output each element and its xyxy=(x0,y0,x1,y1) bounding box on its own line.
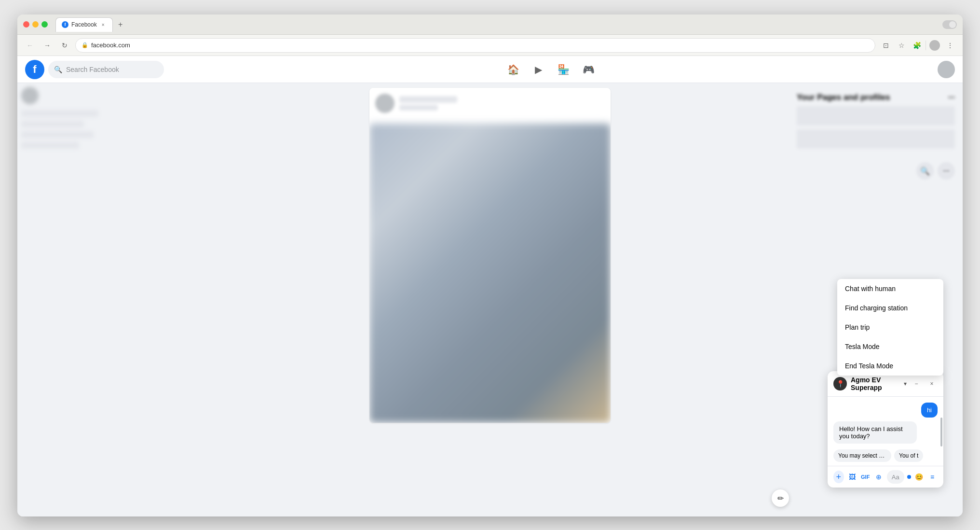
chat-footer: + 🖼 GIF ⊕ Aa 😊 ≡ xyxy=(828,466,943,488)
fb-home-icon[interactable]: 🏠 xyxy=(502,58,525,81)
new-tab-button[interactable]: + xyxy=(115,19,126,30)
forward-button[interactable]: → xyxy=(41,39,54,52)
your-pages-content xyxy=(797,106,955,149)
right-search-icon[interactable]: 🔍 xyxy=(916,162,934,180)
right-more-icon[interactable]: ··· xyxy=(938,162,955,180)
maximize-window-button[interactable] xyxy=(41,21,48,28)
chat-option-1[interactable]: You may select one of the buttons xyxy=(833,449,891,462)
chat-messages: hi Hello! How can I assist you today? xyxy=(828,397,943,449)
chat-input[interactable]: Aa xyxy=(887,470,904,484)
fb-sidebar-left xyxy=(17,83,191,516)
post-image xyxy=(369,124,611,423)
fb-video-icon[interactable]: ▶ xyxy=(527,58,550,81)
search-placeholder: Search Facebook xyxy=(66,66,119,73)
chat-title: Agmo EV Superapp xyxy=(851,376,899,391)
active-tab[interactable]: f Facebook × xyxy=(55,17,113,32)
dropdown-chat-with-human[interactable]: Chat with human xyxy=(837,279,943,298)
facebook-logo: f xyxy=(25,60,44,79)
fb-main: Your Pages and profiles ··· 🔍 ··· xyxy=(17,83,963,516)
chat-option-2[interactable]: You of t xyxy=(894,449,923,462)
chat-dropdown-arrow[interactable]: ▾ xyxy=(904,380,907,387)
more-button[interactable]: ⋮ xyxy=(943,39,957,52)
chat-scrollbar[interactable] xyxy=(940,418,942,446)
dropdown-plan-trip[interactable]: Plan trip xyxy=(837,318,943,337)
chat-dot-button[interactable] xyxy=(907,475,911,479)
dropdown-menu: Chat with human Find charging station Pl… xyxy=(837,279,943,376)
fb-gaming-icon[interactable]: 🎮 xyxy=(577,58,600,81)
close-window-button[interactable] xyxy=(23,21,29,28)
minimize-window-button[interactable] xyxy=(32,21,39,28)
lock-icon: 🔒 xyxy=(82,42,88,48)
traffic-lights xyxy=(23,21,48,28)
window-control xyxy=(942,20,957,29)
fb-nav-right xyxy=(938,61,955,78)
fb-nav-icons: 🏠 ▶ 🏪 🎮 xyxy=(168,58,934,81)
dropdown-end-tesla-mode[interactable]: End Tesla Mode xyxy=(837,356,943,376)
profile-avatar xyxy=(929,40,940,51)
chat-widget: 📍 Agmo EV Superapp ▾ − × hi Hello! How c… xyxy=(828,371,943,488)
bookmark-button[interactable]: ☆ xyxy=(895,39,908,52)
your-pages-section: Your Pages and profiles ··· xyxy=(793,87,959,158)
chat-plus-button[interactable]: + xyxy=(833,471,844,483)
chat-options-row: You may select one of the buttons You of… xyxy=(828,449,943,466)
profile-button[interactable] xyxy=(928,39,941,52)
nav-divider xyxy=(926,41,926,50)
extensions-button[interactable]: 🧩 xyxy=(910,39,924,52)
your-pages-header: Your Pages and profiles ··· xyxy=(797,93,955,102)
chat-close-button[interactable]: × xyxy=(926,378,938,390)
search-icon: 🔍 xyxy=(54,66,62,73)
dropdown-find-charging[interactable]: Find charging station xyxy=(837,298,943,318)
back-button[interactable]: ← xyxy=(23,39,37,52)
chat-minimize-button[interactable]: − xyxy=(911,378,922,390)
fb-feed xyxy=(191,83,789,516)
chat-aa-label: Aa xyxy=(892,474,899,481)
reload-button[interactable]: ↻ xyxy=(58,39,71,52)
address-text: facebook.com xyxy=(91,42,130,49)
dropdown-tesla-mode[interactable]: Tesla Mode xyxy=(837,337,943,356)
chat-bot-icon: 📍 xyxy=(833,377,847,391)
chat-emoji-button[interactable]: 😊 xyxy=(914,471,925,483)
facebook-search[interactable]: 🔍 Search Facebook xyxy=(48,61,164,78)
chat-menu-button[interactable]: ≡ xyxy=(927,471,938,483)
address-bar[interactable]: 🔒 facebook.com xyxy=(75,38,875,53)
fb-user-avatar[interactable] xyxy=(938,61,955,78)
compose-icon: ✏ xyxy=(777,494,784,503)
tab-bar: f Facebook × + xyxy=(55,17,939,32)
tab-favicon: f xyxy=(62,21,68,28)
nav-actions: ⊡ ☆ 🧩 ⋮ xyxy=(879,39,957,52)
facebook-content: f 🔍 Search Facebook 🏠 ▶ 🏪 🎮 xyxy=(17,56,963,516)
fb-marketplace-icon[interactable]: 🏪 xyxy=(552,58,575,81)
facebook-nav: f 🔍 Search Facebook 🏠 ▶ 🏪 🎮 xyxy=(17,56,963,83)
tab-close-button[interactable]: × xyxy=(100,21,107,28)
post-card xyxy=(369,88,611,423)
title-bar: f Facebook × + xyxy=(17,14,963,35)
nav-bar: ← → ↻ 🔒 facebook.com ⊡ ☆ 🧩 ⋮ xyxy=(17,35,963,56)
compose-button[interactable]: ✏ xyxy=(772,489,789,507)
chat-image-button[interactable]: 🖼 xyxy=(847,471,858,483)
cast-button[interactable]: ⊡ xyxy=(879,39,893,52)
chat-bot-message: Hello! How can I assist you today? xyxy=(833,421,917,444)
chat-gif-button[interactable]: GIF xyxy=(860,471,871,483)
your-pages-more-icon[interactable]: ··· xyxy=(948,93,955,102)
chat-user-message: hi xyxy=(921,403,938,418)
browser-window: f Facebook × + ← → ↻ 🔒 facebook.com ⊡ ☆ … xyxy=(17,14,963,516)
your-pages-title: Your Pages and profiles xyxy=(797,93,890,102)
chat-sticker-button[interactable]: ⊕ xyxy=(873,471,884,483)
tab-title: Facebook xyxy=(71,21,97,28)
